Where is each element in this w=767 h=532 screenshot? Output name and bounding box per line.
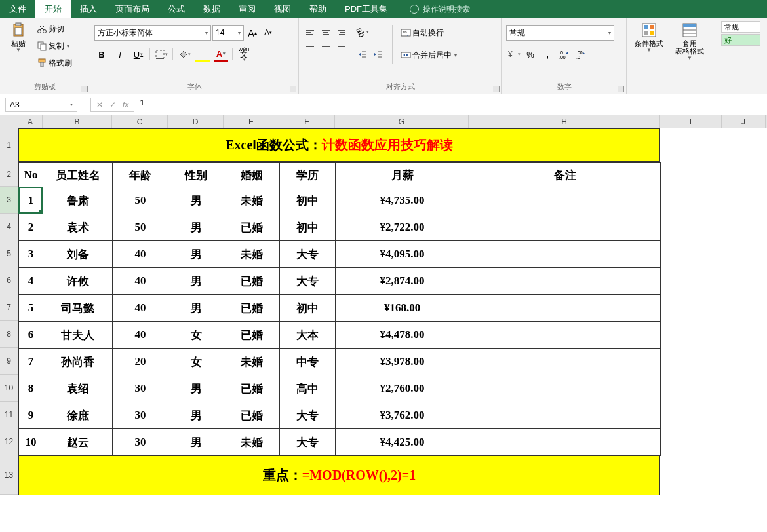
cell[interactable]: 2	[19, 214, 43, 241]
conditional-format-button[interactable]: 条件格式 ▼	[631, 21, 667, 54]
row-header[interactable]: 3	[0, 187, 18, 214]
cell[interactable]: 男	[168, 214, 224, 241]
cell[interactable]: 已婚	[224, 375, 280, 402]
cell[interactable]: 30	[113, 375, 168, 402]
tab-审阅[interactable]: 审阅	[229, 0, 265, 18]
tab-帮助[interactable]: 帮助	[300, 0, 336, 18]
percent-button[interactable]: %	[523, 47, 538, 62]
cell[interactable]: 已婚	[224, 322, 280, 349]
cell[interactable]: 未婚	[224, 349, 280, 375]
increase-indent-button[interactable]	[371, 47, 385, 62]
font-size-select[interactable]: 14▾	[212, 25, 244, 41]
cell[interactable]: 未婚	[224, 241, 280, 268]
cell[interactable]: 40	[113, 322, 168, 349]
cell[interactable]: 男	[168, 429, 224, 456]
cell[interactable]: 男	[168, 268, 224, 295]
cell[interactable]: ¥3,978.00	[336, 349, 469, 375]
row-header[interactable]: 11	[0, 402, 18, 428]
cell[interactable]: 大专	[280, 268, 336, 295]
cell[interactable]: 40	[113, 268, 168, 295]
align-middle-button[interactable]	[319, 25, 333, 39]
column-header[interactable]: B	[43, 115, 112, 128]
format-painter-button[interactable]: 格式刷	[35, 55, 73, 71]
font-color-button[interactable]: A▾	[214, 47, 228, 62]
formula-input[interactable]: 1	[134, 98, 767, 112]
column-header[interactable]: G	[335, 115, 469, 128]
table-header[interactable]: 备注	[469, 163, 661, 187]
increase-decimal-button[interactable]: .0.00	[557, 47, 572, 62]
phonetic-button[interactable]: wén文▾	[237, 47, 251, 62]
tab-插入[interactable]: 插入	[71, 0, 106, 18]
merge-center-button[interactable]: 合并后居中 ▾	[399, 47, 458, 63]
tab-文件[interactable]: 文件	[0, 0, 35, 18]
cell[interactable]: 孙尚香	[43, 349, 113, 375]
cell[interactable]: 男	[168, 295, 224, 322]
align-left-button[interactable]	[303, 41, 317, 55]
cell[interactable]: 7	[19, 349, 43, 375]
cell[interactable]: 3	[19, 241, 43, 268]
cell[interactable]: ¥2,760.00	[336, 375, 469, 402]
cell[interactable]: 初中	[280, 214, 336, 241]
tab-开始[interactable]: 开始	[35, 0, 71, 18]
bold-button[interactable]: B	[94, 47, 109, 62]
table-header[interactable]: 性别	[168, 163, 224, 187]
cell[interactable]: 未婚	[224, 429, 280, 456]
cell[interactable]: 5	[19, 295, 43, 322]
cell[interactable]: 大本	[280, 322, 336, 349]
cell[interactable]: 已婚	[224, 268, 280, 295]
cell[interactable]: 赵云	[43, 429, 113, 456]
decrease-font-button[interactable]: A▾	[261, 26, 275, 40]
cell[interactable]: 30	[113, 429, 168, 456]
align-bottom-button[interactable]	[334, 25, 349, 39]
row-header[interactable]: 8	[0, 321, 18, 348]
comma-button[interactable]: ,	[540, 47, 555, 62]
select-all-corner[interactable]	[0, 115, 18, 128]
row-header[interactable]: 12	[0, 428, 18, 455]
align-right-button[interactable]	[334, 41, 349, 55]
row-header[interactable]: 1	[0, 128, 18, 162]
table-header[interactable]: 年龄	[113, 163, 168, 187]
table-header[interactable]: No	[19, 163, 43, 187]
column-header[interactable]: A	[18, 115, 43, 128]
cell[interactable]: 4	[19, 268, 43, 295]
table-header[interactable]: 学历	[280, 163, 336, 187]
cell[interactable]: 男	[168, 187, 224, 214]
cell[interactable]: ¥4,095.00	[336, 241, 469, 268]
column-header[interactable]: D	[168, 115, 224, 128]
cell[interactable]: 男	[168, 375, 224, 402]
decrease-decimal-button[interactable]: .00.0	[574, 47, 589, 62]
column-header[interactable]: I	[660, 115, 722, 128]
cell[interactable]: ¥3,762.00	[336, 402, 469, 429]
cell[interactable]: ¥4,425.00	[336, 429, 469, 456]
cell[interactable]: 中专	[280, 349, 336, 375]
row-header[interactable]: 4	[0, 214, 18, 240]
cell[interactable]: 40	[113, 241, 168, 268]
copy-button[interactable]: 复制 ▾	[35, 38, 73, 54]
cell[interactable]	[469, 214, 661, 241]
cell[interactable]: ¥4,478.00	[336, 322, 469, 349]
column-header[interactable]: J	[722, 115, 766, 128]
increase-font-button[interactable]: A▴	[245, 26, 260, 40]
cell[interactable]: 大专	[280, 402, 336, 429]
cell[interactable]	[469, 429, 661, 456]
cell[interactable]: 男	[168, 402, 224, 429]
paste-button[interactable]: 粘贴 ▼	[4, 21, 33, 54]
cancel-formula-button[interactable]: ✕	[96, 100, 103, 109]
align-center-button[interactable]	[319, 41, 333, 55]
cell[interactable]: ¥4,735.00	[336, 187, 469, 214]
cell[interactable]: 20	[113, 349, 168, 375]
cell[interactable]: 大专	[280, 241, 336, 268]
tab-数据[interactable]: 数据	[194, 0, 229, 18]
tab-公式[interactable]: 公式	[159, 0, 194, 18]
insert-function-button[interactable]: fx	[123, 100, 128, 109]
cell[interactable]	[469, 375, 661, 402]
table-header[interactable]: 月薪	[336, 163, 469, 187]
align-top-button[interactable]	[303, 25, 317, 39]
column-header[interactable]: C	[112, 115, 168, 128]
accounting-format-button[interactable]: ¥▾	[506, 47, 521, 62]
font-name-select[interactable]: 方正小标宋简体▾	[94, 25, 211, 41]
tab-页面布局[interactable]: 页面布局	[106, 0, 159, 18]
cell[interactable]: ¥2,722.00	[336, 214, 469, 241]
cell[interactable]: 10	[19, 429, 43, 456]
row-header[interactable]: 7	[0, 294, 18, 321]
